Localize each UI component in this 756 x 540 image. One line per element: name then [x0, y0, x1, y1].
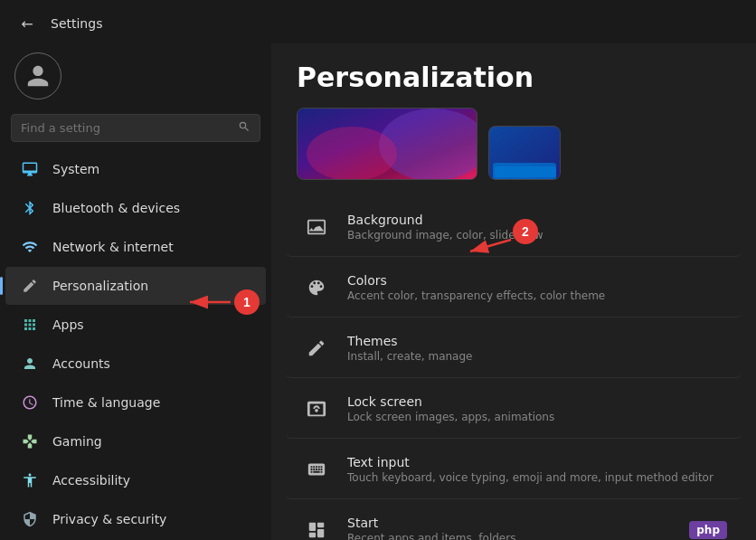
- sidebar: System Bluetooth & devices Network: [0, 43, 271, 540]
- search-input[interactable]: [21, 121, 231, 135]
- svg-point-2: [307, 127, 397, 180]
- background-desc: Background image, color, slideshow: [347, 229, 727, 242]
- content-area: Personalization: [271, 43, 756, 540]
- page-title: Personalization: [297, 62, 731, 93]
- settings-item-lock-screen[interactable]: Lock screen Lock screen images, apps, an…: [286, 380, 742, 439]
- php-badge: php: [689, 521, 727, 539]
- sidebar-item-personalization[interactable]: Personalization: [5, 267, 266, 305]
- sidebar-item-bluetooth[interactable]: Bluetooth & devices: [5, 189, 266, 227]
- system-icon: [20, 159, 40, 179]
- back-button[interactable]: ←: [14, 11, 40, 36]
- search-icon: [238, 120, 250, 136]
- colors-text: Colors Accent color, transparency effect…: [347, 273, 727, 302]
- sidebar-item-system-label: System: [52, 162, 99, 176]
- lock-screen-text: Lock screen Lock screen images, apps, an…: [347, 394, 727, 423]
- themes-title: Themes: [347, 334, 727, 348]
- settings-item-themes[interactable]: Themes Install, create, manage: [286, 319, 742, 378]
- sidebar-item-system[interactable]: System: [5, 150, 266, 188]
- colors-icon: [300, 271, 333, 304]
- settings-item-start[interactable]: Start Recent apps and items, folders php: [286, 501, 742, 540]
- accessibility-icon: [20, 470, 40, 490]
- sidebar-item-time[interactable]: Time & language: [5, 384, 266, 422]
- apps-icon: [20, 315, 40, 335]
- start-desc: Recent apps and items, folders: [347, 532, 675, 540]
- sidebar-item-apps-label: Apps: [52, 317, 84, 332]
- text-input-desc: Touch keyboard, voice typing, emoji and …: [347, 471, 727, 484]
- wallpaper-thumb-large[interactable]: [297, 108, 477, 180]
- search-container: [0, 114, 271, 149]
- sidebar-item-accounts-label: Accounts: [52, 356, 110, 371]
- accounts-icon: [20, 354, 40, 374]
- text-input-icon: [300, 453, 333, 486]
- sidebar-item-personalization-label: Personalization: [52, 279, 148, 293]
- sidebar-item-accounts[interactable]: Accounts: [5, 345, 266, 383]
- themes-icon: [300, 332, 333, 365]
- privacy-icon: [20, 509, 40, 529]
- text-input-text: Text input Touch keyboard, voice typing,…: [347, 455, 727, 484]
- time-icon: [20, 393, 40, 412]
- background-icon: [300, 211, 333, 243]
- sidebar-item-bluetooth-label: Bluetooth & devices: [52, 201, 180, 215]
- themes-desc: Install, create, manage: [347, 350, 727, 363]
- lock-screen-desc: Lock screen images, apps, animations: [347, 411, 727, 423]
- svg-rect-4: [495, 166, 556, 177]
- colors-desc: Accent color, transparency effects, colo…: [347, 289, 727, 302]
- nav-menu: System Bluetooth & devices Network: [0, 149, 271, 539]
- sidebar-item-accessibility-label: Accessibility: [52, 473, 130, 488]
- settings-item-text-input[interactable]: Text input Touch keyboard, voice typing,…: [286, 441, 742, 499]
- colors-title: Colors: [347, 273, 727, 288]
- lock-screen-title: Lock screen: [347, 394, 727, 409]
- themes-text: Themes Install, create, manage: [347, 334, 727, 363]
- wallpaper-thumb-small[interactable]: [488, 126, 561, 180]
- start-icon: [300, 514, 333, 540]
- background-title: Background: [347, 213, 727, 227]
- start-title: Start: [347, 516, 675, 530]
- window-title: Settings: [51, 16, 102, 31]
- lock-screen-icon: [300, 393, 333, 425]
- sidebar-item-apps[interactable]: Apps: [5, 306, 266, 344]
- user-section: [0, 43, 271, 114]
- start-text: Start Recent apps and items, folders: [347, 516, 675, 540]
- sidebar-item-privacy-label: Privacy & security: [52, 512, 166, 526]
- svg-rect-3: [489, 127, 561, 180]
- sidebar-item-network[interactable]: Network & internet: [5, 228, 266, 266]
- personalization-icon: [20, 276, 40, 296]
- settings-item-background[interactable]: Background Background image, color, slid…: [286, 198, 742, 257]
- network-icon: [20, 237, 40, 257]
- background-text: Background Background image, color, slid…: [347, 213, 727, 242]
- settings-item-colors[interactable]: Colors Accent color, transparency effect…: [286, 259, 742, 317]
- bluetooth-icon: [20, 198, 40, 218]
- gaming-icon: [20, 431, 40, 451]
- sidebar-item-gaming-label: Gaming: [52, 434, 102, 449]
- sidebar-item-network-label: Network & internet: [52, 240, 174, 254]
- sidebar-item-privacy[interactable]: Privacy & security: [5, 500, 266, 538]
- wallpaper-previews: [271, 108, 756, 198]
- sidebar-item-time-label: Time & language: [52, 395, 160, 410]
- sidebar-item-accessibility[interactable]: Accessibility: [5, 461, 266, 499]
- sidebar-item-gaming[interactable]: Gaming: [5, 422, 266, 460]
- settings-list: Background Background image, color, slid…: [271, 198, 756, 540]
- content-header: Personalization: [271, 43, 756, 108]
- text-input-title: Text input: [347, 455, 727, 469]
- avatar: [14, 52, 61, 99]
- search-box[interactable]: [11, 114, 260, 142]
